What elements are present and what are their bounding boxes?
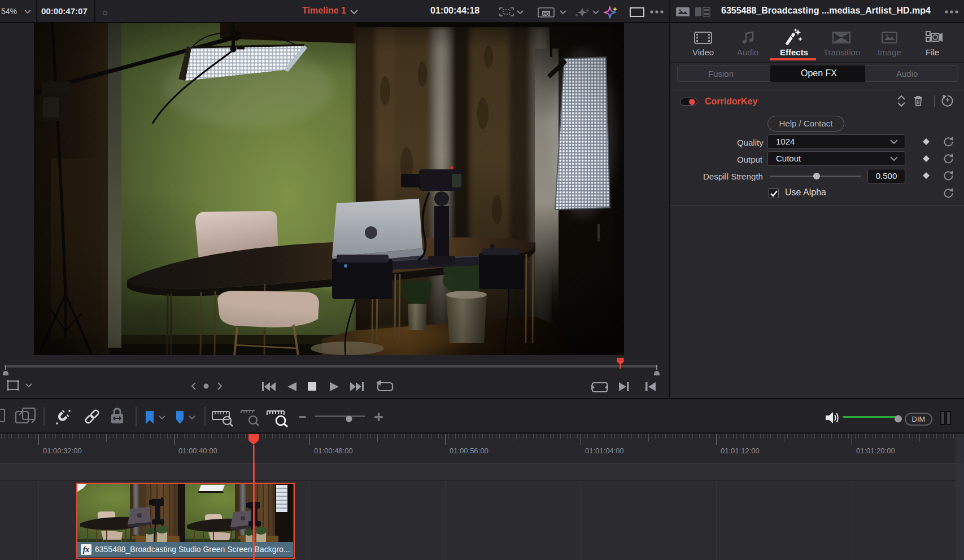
svg-text:HQ: HQ [543, 12, 549, 16]
